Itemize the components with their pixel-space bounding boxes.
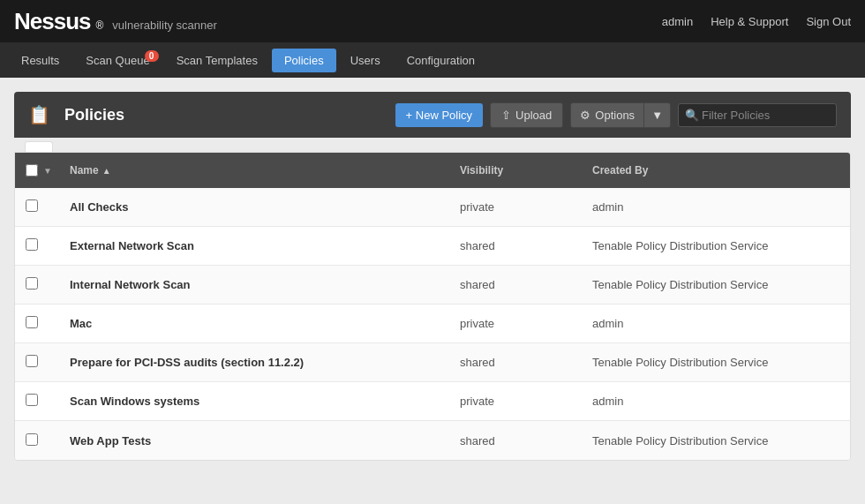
checkbox-7[interactable] <box>26 433 38 446</box>
row-created-5: Tenable Policy Distribution Service <box>592 356 839 369</box>
row-name-6[interactable]: Scan Windows systems <box>70 395 460 408</box>
checkbox-1[interactable] <box>26 199 38 212</box>
row-created-7: Tenable Policy Distribution Service <box>592 434 839 448</box>
row-visibility-1: private <box>460 200 592 214</box>
select-dropdown-icon[interactable]: ▼ <box>43 166 52 176</box>
page-header: 📋 Policies + New Policy ⇧ Upload ⚙ Optio… <box>14 92 851 138</box>
filter-wrap: 🔍 <box>678 103 837 127</box>
checkbox-6[interactable] <box>26 394 38 406</box>
filter-input[interactable] <box>678 103 837 127</box>
signout-link[interactable]: Sign Out <box>806 15 851 28</box>
checkbox-3[interactable] <box>26 277 38 290</box>
row-visibility-4: private <box>460 317 592 330</box>
search-icon: 🔍 <box>685 109 699 122</box>
row-name-5[interactable]: Prepare for PCI-DSS audits (section 11.2… <box>70 356 460 369</box>
row-visibility-5: shared <box>460 356 592 369</box>
row-created-1: admin <box>592 200 839 214</box>
row-checkbox-5 <box>26 355 70 370</box>
row-visibility-2: shared <box>460 239 592 252</box>
policies-table: ▼ Name ▲ Visibility Created By All Check… <box>14 152 851 461</box>
nav-scan-templates[interactable]: Scan Templates <box>164 49 270 72</box>
logo-area: Nessus® vulnerability scanner <box>14 8 217 35</box>
scan-queue-badge: 0 <box>145 50 159 62</box>
top-nav: Nessus® vulnerability scanner admin Help… <box>0 0 865 42</box>
row-checkbox-2 <box>26 238 70 253</box>
gear-icon: ⚙ <box>580 109 590 122</box>
row-created-3: Tenable Policy Distribution Service <box>592 278 839 291</box>
nav-results[interactable]: Results <box>9 49 71 72</box>
row-checkbox-3 <box>26 277 70 292</box>
new-policy-button[interactable]: + New Policy <box>395 103 484 127</box>
table-row: Mac private admin <box>15 305 850 343</box>
row-visibility-7: shared <box>460 434 592 448</box>
header-visibility: Visibility <box>460 164 592 177</box>
admin-link[interactable]: admin <box>662 15 693 28</box>
sort-asc-icon: ▲ <box>102 166 111 176</box>
row-checkbox-6 <box>26 394 70 409</box>
row-created-6: admin <box>592 395 839 408</box>
select-all-checkbox[interactable] <box>26 164 38 177</box>
row-visibility-3: shared <box>460 278 592 291</box>
nav-users[interactable]: Users <box>338 49 393 72</box>
header-actions: + New Policy ⇧ Upload ⚙ Options ▼ 🔍 <box>395 102 837 128</box>
fold-area <box>14 138 851 152</box>
help-link[interactable]: Help & Support <box>711 15 788 28</box>
row-name-4[interactable]: Mac <box>70 317 460 330</box>
upload-button[interactable]: ⇧ Upload <box>490 102 563 128</box>
upload-icon: ⇧ <box>501 109 511 122</box>
options-caret[interactable]: ▼ <box>643 103 670 127</box>
checkbox-4[interactable] <box>26 316 38 328</box>
table-row: Internal Network Scan shared Tenable Pol… <box>15 266 850 305</box>
row-created-2: Tenable Policy Distribution Service <box>592 239 839 252</box>
fold-tab[interactable] <box>25 141 53 152</box>
table-row: Scan Windows systems private admin <box>15 382 850 421</box>
nav-policies[interactable]: Policies <box>272 49 336 72</box>
row-created-4: admin <box>592 317 839 330</box>
top-nav-links: admin Help & Support Sign Out <box>662 15 851 28</box>
secondary-nav: Results Scan Queue 0 Scan Templates Poli… <box>0 42 865 78</box>
table-header: ▼ Name ▲ Visibility Created By <box>15 153 850 188</box>
row-name-7[interactable]: Web App Tests <box>70 434 460 448</box>
main-content: 📋 Policies + New Policy ⇧ Upload ⚙ Optio… <box>0 78 865 504</box>
options-button[interactable]: ⚙ Options ▼ <box>570 102 671 128</box>
row-checkbox-7 <box>26 433 70 448</box>
table-row: All Checks private admin <box>15 188 850 227</box>
row-name-3[interactable]: Internal Network Scan <box>70 278 460 291</box>
page-icon: 📋 <box>28 104 50 125</box>
header-created-by: Created By <box>592 164 839 177</box>
table-row: Prepare for PCI-DSS audits (section 11.2… <box>15 343 850 382</box>
checkbox-2[interactable] <box>26 238 38 251</box>
nav-scan-queue[interactable]: Scan Queue 0 <box>73 49 162 72</box>
logo-subtitle: vulnerability scanner <box>112 19 217 32</box>
table-row: External Network Scan shared Tenable Pol… <box>15 227 850 266</box>
logo-reg: ® <box>96 19 104 32</box>
row-checkbox-4 <box>26 316 70 331</box>
header-name[interactable]: Name ▲ <box>70 164 460 177</box>
table-row: Web App Tests shared Tenable Policy Dist… <box>15 421 850 460</box>
row-name-2[interactable]: External Network Scan <box>70 239 460 252</box>
page-title: Policies <box>64 106 385 124</box>
logo-text: Nessus <box>14 8 91 35</box>
row-checkbox-1 <box>26 199 70 214</box>
nav-configuration[interactable]: Configuration <box>395 49 487 72</box>
header-check: ▼ <box>26 164 70 177</box>
row-name-1[interactable]: All Checks <box>70 200 460 214</box>
checkbox-5[interactable] <box>26 355 38 367</box>
row-visibility-6: private <box>460 395 592 408</box>
